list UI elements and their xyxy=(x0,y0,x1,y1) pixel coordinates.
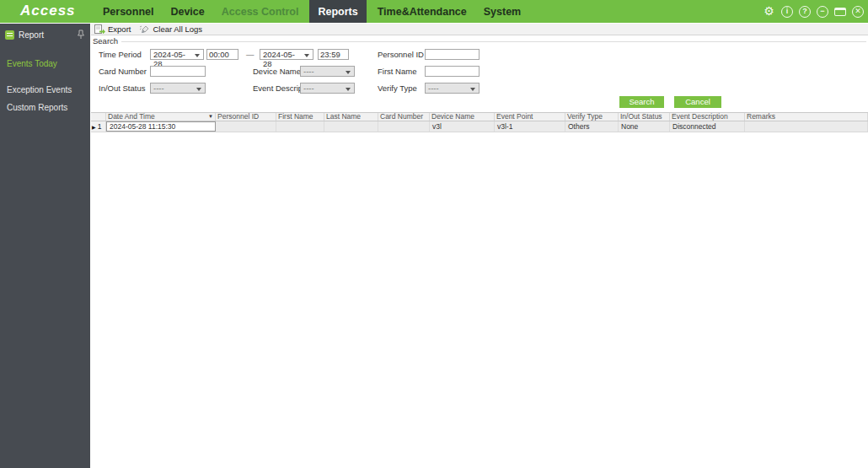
search-group-label: Search xyxy=(93,36,121,46)
clear-all-logs-label: Clear All Logs xyxy=(153,24,202,34)
column-header-card-number[interactable]: Card Number xyxy=(378,113,430,121)
date-from-combo[interactable]: 2024-05-28 xyxy=(150,49,204,60)
event-description-select[interactable]: ---- xyxy=(300,83,355,94)
clear-all-logs-button[interactable]: Clear All Logs xyxy=(139,24,202,34)
inout-status-select[interactable]: ---- xyxy=(150,83,206,94)
device-name-label: Device Name xyxy=(253,66,301,77)
table-cell[interactable]: 2024-05-28 11:15:30 xyxy=(106,121,216,132)
column-header-in-out-status[interactable]: In/Out Status xyxy=(619,113,670,121)
app-logo: Access xyxy=(20,3,76,19)
maximize-icon[interactable] xyxy=(834,8,846,16)
row-marker-icon: ▶ xyxy=(92,124,96,130)
nav-time-attendance[interactable]: Time&Attendance xyxy=(372,0,473,23)
table-cell[interactable]: Others xyxy=(565,121,619,132)
inout-status-value: ---- xyxy=(153,83,164,93)
nav-device[interactable]: Device xyxy=(164,0,210,23)
close-icon[interactable]: ✕ xyxy=(852,6,864,18)
search-button[interactable]: Search xyxy=(619,96,664,108)
date-to-combo[interactable]: 2024-05-28 xyxy=(260,49,313,60)
table-body: ▶12024-05-28 11:15:30v3lv3l-1OthersNoneD… xyxy=(91,121,868,132)
export-icon xyxy=(94,24,105,34)
personnel-id-label: Personnel ID xyxy=(378,49,424,60)
column-header-event-point[interactable]: Event Point xyxy=(495,113,565,121)
sidebar-item-events-today[interactable]: Events Today xyxy=(0,55,90,73)
sidebar-item-custom-reports[interactable]: Custom Reports xyxy=(0,99,90,116)
export-button[interactable]: Export xyxy=(94,24,131,34)
range-separator: — xyxy=(246,49,255,60)
pin-icon[interactable] xyxy=(77,30,85,40)
settings-gear-icon[interactable]: ⚙ xyxy=(763,5,775,18)
card-number-input[interactable] xyxy=(150,66,206,77)
column-header-device-name[interactable]: Device Name xyxy=(430,113,495,121)
info-icon[interactable]: i xyxy=(781,6,793,18)
minimize-icon[interactable]: − xyxy=(817,6,828,18)
table-row[interactable]: ▶12024-05-28 11:15:30v3lv3l-1OthersNoneD… xyxy=(91,121,868,132)
column-header-label: Personnel ID xyxy=(217,113,259,121)
main-nav: PersonnelDeviceAccess ControlReportsTime… xyxy=(97,0,532,23)
table-cell[interactable]: v3l-1 xyxy=(495,121,565,132)
column-header-label: First Name xyxy=(278,113,313,121)
clear-logs-icon xyxy=(139,24,150,34)
column-header-event-description[interactable]: Event Description xyxy=(670,113,745,121)
table-cell[interactable] xyxy=(324,121,378,132)
search-groupbox: Search xyxy=(93,36,866,46)
row-number: 1 xyxy=(98,122,102,131)
window-controls: ⚙ i ? − ✕ xyxy=(763,0,864,23)
time-period-label: Time Period xyxy=(99,49,142,60)
nav-reports[interactable]: Reports xyxy=(309,0,366,23)
sidebar-items: Events TodayException EventsCustom Repor… xyxy=(0,55,90,116)
column-header-label: Verify Type xyxy=(567,113,603,121)
column-header-label: Event Point xyxy=(496,113,533,121)
column-header-label: Remarks xyxy=(747,113,775,121)
export-label: Export xyxy=(108,24,131,34)
report-document-icon xyxy=(5,30,14,40)
sort-indicator-icon[interactable]: ▼ xyxy=(208,113,213,121)
column-header-label: Card Number xyxy=(380,113,423,121)
inout-status-label: In/Out Status xyxy=(99,83,145,94)
table-cell[interactable]: Disconnected xyxy=(670,121,745,132)
verify-type-value: ---- xyxy=(428,83,439,93)
nav-personnel[interactable]: Personnel xyxy=(97,0,159,23)
table-cell[interactable]: v3l xyxy=(430,121,495,132)
cancel-button[interactable]: Cancel xyxy=(674,96,721,108)
table-cell[interactable] xyxy=(276,121,324,132)
column-header-label: Event Description xyxy=(672,113,728,121)
column-header-verify-type[interactable]: Verify Type xyxy=(565,113,619,121)
nav-access-control[interactable]: Access Control xyxy=(216,0,305,23)
help-icon[interactable]: ? xyxy=(799,6,811,18)
column-header-date-and-time[interactable]: Date And Time▼ xyxy=(106,113,216,121)
column-header-first-name[interactable]: First Name xyxy=(276,113,324,121)
column-header-label: Device Name xyxy=(431,113,474,121)
row-number-cell: ▶1 xyxy=(91,121,106,132)
verify-type-label: Verify Type xyxy=(378,83,417,94)
first-name-input[interactable] xyxy=(425,66,480,77)
verify-type-select[interactable]: ---- xyxy=(425,83,480,94)
table-corner-cell xyxy=(91,113,106,121)
table-cell[interactable] xyxy=(378,121,430,132)
card-number-label: Card Number xyxy=(99,66,147,77)
main-content: Export Clear All Logs Search Time Period… xyxy=(91,24,868,468)
device-name-select[interactable]: ---- xyxy=(300,66,355,77)
column-header-personnel-id[interactable]: Personnel ID xyxy=(216,113,276,121)
table-header-row: Date And Time▼Personnel IDFirst NameLast… xyxy=(91,112,868,121)
column-header-label: Last Name xyxy=(326,113,361,121)
nav-system[interactable]: System xyxy=(478,0,527,23)
table-cell[interactable] xyxy=(745,121,868,132)
time-to-input[interactable] xyxy=(318,49,349,60)
column-header-label: Date And Time xyxy=(108,113,155,121)
groupbox-divider xyxy=(121,41,866,42)
column-header-last-name[interactable]: Last Name xyxy=(324,113,378,121)
time-from-input[interactable] xyxy=(206,49,238,60)
table-cell[interactable]: None xyxy=(619,121,670,132)
column-header-remarks[interactable]: Remarks xyxy=(745,113,868,121)
column-header-label: In/Out Status xyxy=(620,113,662,121)
sidebar: Report Events TodayException EventsCusto… xyxy=(0,24,90,468)
event-description-value: ---- xyxy=(303,83,314,93)
personnel-id-input[interactable] xyxy=(425,49,480,60)
sidebar-item-exception-events[interactable]: Exception Events xyxy=(0,81,90,99)
sidebar-header: Report xyxy=(0,24,90,46)
table-cell[interactable] xyxy=(216,121,276,132)
top-bar: Access PersonnelDeviceAccess ControlRepo… xyxy=(0,0,868,23)
first-name-label: First Name xyxy=(378,66,416,77)
sidebar-title: Report xyxy=(19,30,72,40)
